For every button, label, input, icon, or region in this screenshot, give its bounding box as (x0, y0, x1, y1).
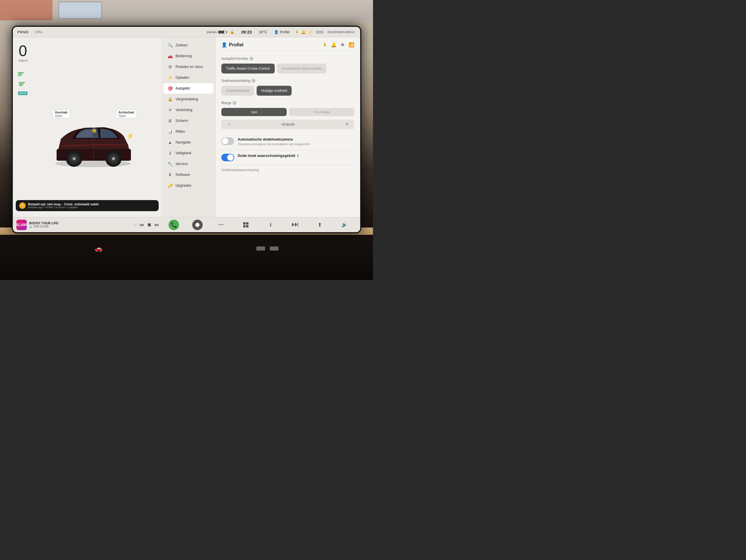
svg-marker-21 (292, 223, 294, 227)
menu-item-veiligheid[interactable]: ℹ Veiligheid (163, 148, 213, 158)
svg-rect-18 (246, 222, 249, 225)
menu-label-service: Service (176, 162, 188, 166)
voorbak-status: Open (55, 114, 67, 117)
notification-bar[interactable]: ! Betaald opl. niet mog. - Contr. onbeta… (16, 200, 159, 211)
passenger-airbag-button[interactable]: PASSENGER AIRBAG (327, 30, 355, 34)
scherm-icon: 🖥 (167, 118, 173, 123)
menu-label-ritten: Ritten (176, 130, 185, 134)
menu-item-opladen[interactable]: ⚡ Opladen (163, 72, 213, 83)
svg-rect-19 (243, 225, 246, 227)
speed-info-icon[interactable]: i (251, 79, 256, 83)
autosteer-button[interactable]: Automatisch sturen (bèta) (277, 63, 326, 74)
speed-adjuster: − +0 km/h + (221, 119, 354, 129)
camera-toggle-switch[interactable] (221, 137, 234, 145)
media-button[interactable] (289, 220, 301, 230)
bluetooth-icon: ⚡ (308, 30, 313, 34)
background-window (58, 1, 102, 19)
warning-info-icon[interactable]: i (297, 154, 298, 158)
marge-section-label: Marge i (221, 101, 354, 105)
autopilot-label-text: Autopilot-functies (221, 57, 248, 61)
service-icon: 🔧 (167, 162, 173, 166)
notification-title: Betaald opl. niet mog. - Contr. onbetaal… (28, 202, 155, 206)
menu-label-zoeken: Zoeken (176, 43, 188, 47)
volume-button[interactable]: 🔊 (339, 220, 350, 230)
menu-item-verlichting[interactable]: ☀ Verlichting (163, 105, 213, 115)
highbeam-icon (18, 82, 27, 87)
search-icon: 🔍 (167, 43, 173, 48)
menu-item-software[interactable]: ⬇ Software (163, 169, 213, 180)
menu-label-autopilot: Autopilot (176, 86, 190, 90)
settings-title-label: Profiel (229, 42, 243, 48)
menu-label-upgrades: Upgrades (176, 184, 191, 188)
opladen-icon: ⚡ (167, 75, 173, 80)
dots-button[interactable]: ••• (216, 220, 227, 230)
car-icon-left: 🚗 (94, 245, 103, 252)
info-button[interactable]: ℹ (265, 220, 277, 230)
menu-item-autopilot[interactable]: 🎯 Autopilot (163, 83, 213, 94)
download-header-icon[interactable]: ⬇ (323, 42, 327, 48)
favorite-icon[interactable]: ☆ (133, 223, 137, 227)
achterbak-status: Open (118, 114, 134, 117)
menu-item-service[interactable]: 🔧 Service (163, 159, 213, 169)
menu-item-ritten[interactable]: 📊 Ritten (163, 126, 213, 137)
music-bar: SLAM! BOOST YOUR LIFE 📡 DAB SLAM! ☆ ⏮ ⏹ … (13, 217, 360, 232)
current-speed-button[interactable]: Huidige snelheid (257, 86, 292, 96)
drive-mode: CHILL (35, 30, 43, 33)
stop-button[interactable]: ⏹ (147, 222, 152, 227)
phone-button[interactable]: 📞 (169, 220, 179, 230)
warning-toggle-row: Dode hoek waarschuwingsgeluid i (221, 150, 354, 165)
speed-unit: KM/H (19, 59, 28, 62)
achterbak-title: Achterbak (118, 111, 134, 114)
settings-header-icons: ⬇ 🔔 ✱ 📶 (323, 42, 354, 48)
menu-item-bediening[interactable]: 🚗 Bediening (163, 51, 213, 61)
svg-point-15 (112, 157, 115, 160)
charging-icon: ⚡ (126, 133, 134, 139)
settings-title: 👤 Profiel (221, 42, 243, 48)
menu-label-vergrendeling: Vergrendeling (176, 97, 198, 101)
menu-item-navigatie[interactable]: ▲ Navigatie (163, 137, 213, 147)
menu-label-opladen: Opladen (176, 76, 189, 80)
achterbak-label[interactable]: Achterbak Open (116, 110, 137, 118)
speed-button-group: Snelheidslimiet Huidige snelheid (221, 86, 354, 96)
autopilot-functions-section: Autopilot-functies i Traffic-Aware Cruis… (221, 57, 354, 74)
status-bar: PRND CHILL 144 km 🔓 09:23 16°C 👤 Profiel (13, 27, 360, 37)
menu-item-scherm[interactable]: 🖥 Scherm (163, 115, 213, 126)
marge-percentage-button[interactable]: Percentage (289, 108, 354, 116)
car-panel: 0 KM/H (13, 37, 162, 217)
sos-button[interactable]: SOS (315, 30, 324, 34)
speed-decrease-button[interactable]: − (225, 121, 233, 128)
car-visualization: Voorbak Open Achterbak Open 🔓 (30, 72, 156, 194)
bell-header-icon[interactable]: 🔔 (331, 42, 337, 48)
autopilot-info-icon[interactable]: i (249, 57, 253, 61)
range-value: 144 km (206, 30, 217, 34)
menu-item-zoeken[interactable]: 🔍 Zoeken (163, 40, 213, 51)
next-track-button[interactable]: ⏭ (154, 222, 159, 227)
speed-limit-button[interactable]: Snelheidslimiet (221, 86, 254, 96)
edge-display: EDGE (18, 91, 27, 95)
music-title: BOOST YOUR LIFE (29, 221, 131, 225)
camera-toggle-desc: Zijcamera weergeven bij inschakelen van … (238, 142, 354, 146)
music-logo: SLAM! (16, 220, 27, 230)
speed-section-label: Snelheidsinstelling i (221, 79, 354, 83)
speed-warning-section: Snelheidswaarschuwing (221, 165, 354, 175)
marge-info-icon[interactable]: i (232, 101, 236, 105)
menu-item-pedalen[interactable]: ⚙ Pedalen en stuur (163, 61, 213, 72)
verlichting-icon: ☀ (167, 108, 173, 112)
screen-bezel: PRND CHILL 144 km 🔓 09:23 16°C 👤 Profiel (12, 26, 361, 233)
nav-button[interactable]: ⬆ (314, 220, 325, 230)
speed-increase-button[interactable]: + (343, 121, 351, 128)
profile-icon: 👤 (274, 30, 279, 34)
warning-toggle-knob (227, 154, 234, 161)
cruise-control-button[interactable]: Traffic-Aware Cruise Control (221, 63, 275, 74)
prev-track-button[interactable]: ⏮ (139, 222, 144, 227)
profile-display[interactable]: 👤 Profiel (274, 30, 290, 34)
menu-item-upgrades[interactable]: 🔑 Upgrades (163, 180, 213, 191)
bt-header-icon[interactable]: ✱ (341, 42, 344, 48)
warning-toggle-switch[interactable] (221, 154, 234, 161)
cards-button[interactable] (240, 220, 252, 230)
home-button[interactable] (192, 220, 203, 230)
marge-vast-button[interactable]: Vast (221, 108, 287, 116)
tesla-screen: PRND CHILL 144 km 🔓 09:23 16°C 👤 Profiel (13, 27, 360, 232)
menu-item-vergrendeling[interactable]: 🔒 Vergrendeling (163, 94, 213, 105)
voorbak-label[interactable]: Voorbak Open (52, 110, 70, 118)
